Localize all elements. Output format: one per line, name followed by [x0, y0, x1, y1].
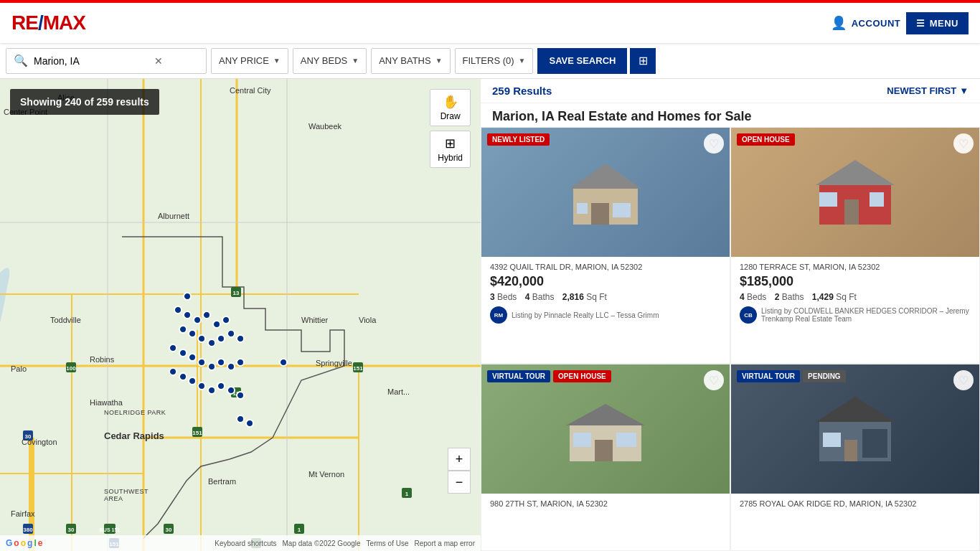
virtual-tour-badge: VIRTUAL TOUR	[487, 370, 550, 382]
listing-image	[731, 128, 979, 257]
map-footer: Google Keyboard shortcuts Map data ©2022…	[0, 535, 481, 551]
report-link[interactable]: Report a map error	[415, 540, 475, 547]
listing-card[interactable]: OPEN HOUSE ♡ 1280 TERRACE ST, Marion, IA…	[730, 127, 980, 364]
listings-panel: 259 Results NEWEST FIRST ▼ Marion, IA Re…	[481, 79, 980, 551]
svg-rect-57	[573, 433, 591, 447]
map-pin[interactable]	[207, 339, 216, 347]
map-pin[interactable]	[197, 334, 206, 343]
map-svg: 13 151 13 151 100 30 380 30 BUS 151 151	[0, 79, 481, 551]
beds-filter[interactable]: ANY BEDS ▼	[293, 48, 367, 74]
clear-icon[interactable]: ✕	[154, 55, 163, 67]
account-button[interactable]: 👤 ACCOUNT	[831, 15, 900, 31]
listing-address: 4392 QUAIL TRAIL DR, Marion, IA 52302	[490, 263, 721, 271]
house-illustration	[562, 393, 649, 465]
map-pin[interactable]	[193, 316, 202, 324]
map-pin[interactable]	[212, 320, 221, 329]
listing-image	[731, 364, 979, 494]
map-pin[interactable]	[197, 358, 206, 367]
menu-button[interactable]: ☰ MENU	[906, 12, 969, 34]
pending-badge: PENDING	[803, 370, 846, 382]
map-pin[interactable]	[169, 344, 177, 352]
badge-row: NEWLY LISTED	[487, 133, 550, 146]
listing-card[interactable]: VIRTUAL TOUR OPEN HOUSE ♡ 980 27TH ST, M…	[481, 364, 730, 551]
map-pin[interactable]	[236, 334, 245, 343]
map-pin[interactable]	[174, 306, 182, 314]
map-pin[interactable]	[207, 362, 216, 371]
price-filter[interactable]: ANY PRICE ▼	[211, 48, 288, 74]
svg-rect-45	[591, 203, 609, 225]
map-toggle-button[interactable]: ⊞	[630, 48, 656, 74]
svg-rect-56	[616, 433, 636, 447]
map-pin[interactable]	[188, 329, 197, 338]
favorite-button[interactable]: ♡	[704, 133, 724, 154]
svg-text:151: 151	[192, 430, 202, 436]
listing-image	[481, 364, 730, 494]
map-pin[interactable]	[207, 386, 216, 395]
save-search-button[interactable]: SAVE SEARCH	[537, 48, 627, 74]
map-pin[interactable]	[179, 372, 187, 381]
filters-filter[interactable]: FILTERS (0) ▼	[455, 48, 534, 74]
svg-text:100: 100	[66, 365, 76, 372]
draw-icon: ✋	[443, 94, 458, 110]
map-pin[interactable]	[227, 362, 235, 371]
map-pin[interactable]	[236, 415, 245, 423]
map-pin[interactable]	[202, 311, 211, 319]
listings-grid: NEWLY LISTED ♡ 4392 QUAIL TRAIL DR, Mari…	[481, 127, 980, 551]
map-pin[interactable]	[227, 329, 235, 338]
sort-control[interactable]: NEWEST FIRST ▼	[887, 85, 969, 96]
zoom-in-button[interactable]: +	[448, 448, 471, 471]
map-pin[interactable]	[188, 353, 197, 362]
svg-text:30: 30	[68, 527, 75, 533]
city-label-hiawatha: Hiawatha	[90, 398, 123, 407]
svg-text:1: 1	[298, 527, 301, 533]
map-pin[interactable]	[245, 419, 254, 428]
city-label-fairfax: Fairfax	[11, 509, 35, 518]
listing-card[interactable]: NEWLY LISTED ♡ 4392 QUAIL TRAIL DR, Mari…	[481, 127, 730, 364]
logo: RE/MAX	[11, 11, 85, 34]
search-input-wrap: 🔍 ✕	[6, 48, 207, 74]
terms-link[interactable]: Terms of Use	[367, 540, 409, 547]
map-panel[interactable]: 13 151 13 151 100 30 380 30 BUS 151 151	[0, 79, 481, 551]
map-pin[interactable]	[179, 325, 187, 334]
map-pin[interactable]	[217, 382, 225, 390]
zoom-out-button[interactable]: −	[448, 471, 471, 494]
chevron-down-icon: ▼	[273, 57, 281, 65]
map-pin[interactable]	[169, 367, 177, 376]
sqft: 1,429 Sq Ft	[812, 292, 857, 302]
city-label-springville: Springville	[316, 359, 352, 367]
map-pin[interactable]	[183, 292, 192, 301]
baths-filter[interactable]: ANY BATHS ▼	[371, 48, 450, 74]
map-pin[interactable]	[279, 358, 288, 367]
map-pin[interactable]	[227, 386, 235, 395]
beds-label: ANY BEDS	[301, 55, 348, 66]
map-pin[interactable]	[197, 382, 206, 390]
listing-address: 980 27TH ST, Marion, IA 52302	[490, 499, 721, 508]
map-pin[interactable]	[236, 391, 245, 400]
listing-details: 4 Beds 2 Baths 1,429 Sq Ft	[740, 292, 971, 302]
svg-text:151: 151	[353, 365, 363, 372]
favorite-button[interactable]: ♡	[704, 370, 724, 390]
agent-name: Listing by COLDWELL BANKER HEDGES CORRID…	[761, 307, 971, 323]
map-pin[interactable]	[236, 358, 245, 367]
map-pin[interactable]	[222, 316, 230, 324]
map-pin[interactable]	[188, 377, 197, 385]
baths-label: ANY BATHS	[379, 55, 430, 66]
search-input[interactable]	[34, 55, 149, 67]
svg-rect-52	[844, 199, 859, 225]
person-icon: 👤	[831, 15, 847, 31]
keyboard-shortcuts-link[interactable]: Keyboard shortcuts	[215, 540, 276, 547]
map-pin[interactable]	[217, 358, 225, 367]
price-label: ANY PRICE	[219, 55, 269, 66]
map-pin[interactable]	[183, 311, 192, 319]
city-label-southwest: SOUTHWESTAREA	[104, 488, 149, 502]
listing-address: 1280 TERRACE ST, Marion, IA 52302	[740, 263, 971, 271]
map-pin[interactable]	[217, 334, 225, 343]
draw-button[interactable]: ✋ Draw	[430, 89, 471, 126]
map-pin[interactable]	[179, 349, 187, 357]
hybrid-button[interactable]: ⊞ Hybrid	[430, 131, 471, 168]
listing-agent: CB Listing by COLDWELL BANKER HEDGES COR…	[740, 306, 971, 324]
listing-card[interactable]: VIRTUAL TOUR PENDING ♡ 2785 ROYAL OAK RI…	[730, 364, 980, 551]
baths: 2 Baths	[775, 292, 804, 302]
favorite-button[interactable]: ♡	[953, 370, 974, 390]
favorite-button[interactable]: ♡	[953, 133, 974, 154]
